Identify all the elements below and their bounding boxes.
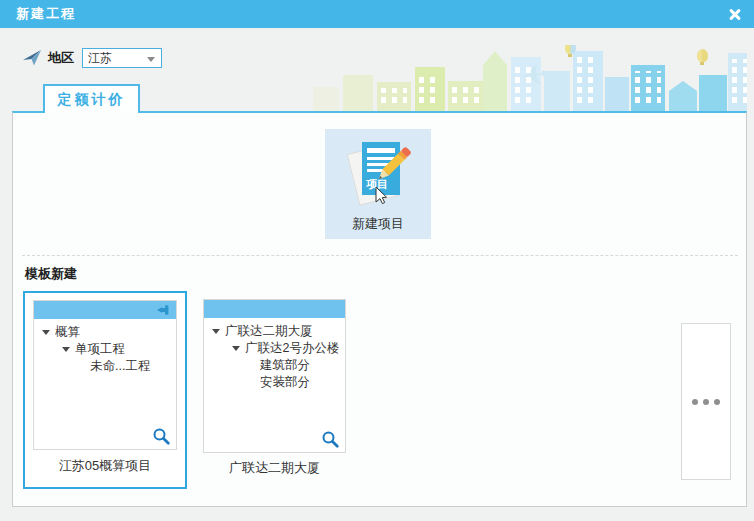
more-templates-card[interactable] [681, 323, 731, 480]
dashed-separator [22, 255, 738, 256]
tree-item: 概算 [34, 324, 176, 341]
template-preview-header [204, 300, 345, 318]
template-tree: 广联达二期大厦 广联达2号办公楼 建筑部分 安装部分 [204, 318, 345, 391]
tree-item-label: 单项工程 [75, 341, 125, 358]
building [377, 82, 411, 111]
expand-arrow-icon [232, 346, 240, 351]
location-arrow-icon [22, 49, 42, 67]
tree-item-label: 广联达2号办公楼 [245, 340, 339, 357]
building [343, 75, 373, 111]
building [415, 67, 445, 111]
template-card-label: 广联达二期大厦 [203, 459, 346, 477]
region-row: 地区 江苏 [22, 46, 162, 70]
tree-item-label: 安装部分 [260, 374, 310, 391]
tab-label: 定额计价 [58, 91, 126, 109]
template-preview: 概算 单项工程 未命...工程 [33, 300, 177, 450]
tree-item: 单项工程 [34, 341, 176, 358]
building [313, 87, 339, 111]
main-panel: 项目 新建项目 模板新建 [12, 111, 747, 507]
template-card-label: 江苏05概算项目 [25, 457, 185, 475]
tree-item-label: 广联达二期大厦 [225, 323, 313, 340]
template-card-glodon-tower[interactable]: 广联达二期大厦 广联达2号办公楼 建筑部分 安装部分 [203, 299, 346, 453]
new-project-button[interactable]: 项目 新建项目 [325, 129, 431, 239]
building [544, 71, 570, 111]
dialog-title: 新建工程 [16, 5, 76, 23]
tree-item: 安装部分 [204, 374, 345, 391]
building [631, 65, 665, 111]
dialog-titlebar: 新建工程 [0, 0, 754, 28]
house-with-roof [669, 91, 697, 111]
magnifier-icon[interactable] [321, 430, 340, 449]
tree-item: 建筑部分 [204, 357, 345, 374]
template-tree: 概算 单项工程 未命...工程 [34, 319, 176, 375]
close-icon[interactable] [726, 5, 744, 23]
building [573, 51, 603, 111]
region-select[interactable]: 江苏 [82, 48, 162, 68]
cityscape-illustration: ✈ [185, 45, 747, 111]
new-project-label: 新建项目 [325, 215, 431, 233]
ellipsis-dot [703, 399, 709, 405]
magnifier-icon[interactable] [152, 427, 171, 446]
tower-with-roof [483, 65, 507, 111]
pin-icon[interactable] [156, 304, 172, 316]
chevron-down-icon [147, 57, 155, 62]
expand-arrow-icon [62, 347, 70, 352]
tree-item-label: 未命...工程 [90, 358, 150, 375]
ellipsis-dot [714, 399, 720, 405]
building [448, 81, 486, 111]
ellipsis-dot [692, 399, 698, 405]
tab-quota-pricing[interactable]: 定额计价 [43, 84, 140, 113]
region-select-value: 江苏 [83, 50, 112, 67]
new-project-document-icon: 项目 [345, 135, 411, 209]
tree-item-label: 建筑部分 [260, 357, 310, 374]
tree-item: 未命...工程 [34, 358, 176, 375]
tree-item-label: 概算 [55, 324, 80, 341]
template-preview-header [34, 301, 176, 319]
template-card-jiangsu05[interactable]: 概算 单项工程 未命...工程 江苏05概算项目 [23, 291, 187, 489]
building [511, 57, 541, 111]
expand-arrow-icon [212, 329, 220, 334]
balloon-icon [565, 45, 576, 54]
building [728, 53, 747, 111]
expand-arrow-icon [42, 330, 50, 335]
balloon-icon [697, 49, 708, 62]
tree-item: 广联达二期大厦 [204, 323, 345, 340]
airplane-icon: ✈ [521, 58, 549, 94]
building [699, 75, 727, 111]
tree-item: 广联达2号办公楼 [204, 340, 345, 357]
template-section-title: 模板新建 [25, 265, 77, 283]
building [605, 77, 629, 111]
region-label: 地区 [48, 49, 74, 67]
